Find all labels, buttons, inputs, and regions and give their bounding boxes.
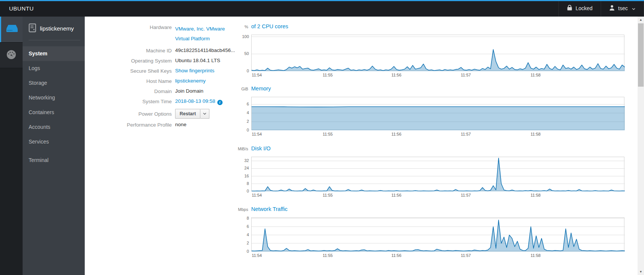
dashboard-gauge-icon (6, 50, 16, 61)
info-row-domain: Domain Join Domain (107, 88, 232, 95)
x-tick-label: 11:57 (461, 132, 471, 136)
show-fingerprints-link[interactable]: Show fingerprints (175, 68, 214, 73)
memory-unit-label: GiB (221, 87, 251, 91)
info-label: Performance Profile (107, 122, 175, 128)
disk-plot-area (251, 157, 624, 191)
secondary-menu: Terminal (23, 153, 85, 168)
info-row-power-options: Power Options Restart (107, 109, 232, 119)
x-tick-label: 11:56 (391, 253, 401, 258)
info-row-performance-profile: Performance Profile none (107, 122, 232, 128)
sidebar-item-networking[interactable]: Networking (23, 90, 85, 105)
vertical-scrollbar[interactable]: ▲ ▼ (638, 17, 644, 275)
y-tick-label: 4 (234, 232, 249, 237)
x-tick-label: 11:55 (323, 193, 333, 197)
brand-label: UBUNTU (9, 5, 34, 12)
disk-y-axis: 08162432 (221, 157, 251, 191)
sidebar-item-system[interactable]: System (23, 46, 85, 61)
user-name-label: tsec (618, 5, 628, 11)
memory-plot-area (251, 97, 624, 130)
join-domain-value[interactable]: Join Domain (175, 88, 203, 94)
server-icon (6, 24, 18, 34)
x-tick-label: 11:54 (252, 73, 262, 77)
memory-chart-title-link[interactable]: Memory (251, 86, 625, 92)
x-tick-label: 11:54 (252, 132, 262, 136)
lock-icon (567, 5, 572, 12)
x-tick-label: 11:54 (252, 253, 262, 258)
scroll-down-icon[interactable]: ▼ (638, 269, 644, 275)
y-tick-label: 0 (234, 128, 249, 132)
network-unit-label: Mbps (221, 207, 251, 212)
cpu-plot-area (251, 35, 624, 71)
info-row-ssh-keys: Secure Shell Keys Show fingerprints (107, 68, 232, 74)
primary-menu: System Logs Storage Networking Container… (23, 46, 85, 149)
sidebar-item-storage[interactable]: Storage (23, 76, 85, 90)
menu-separator (29, 40, 80, 40)
x-tick-label: 11:57 (461, 73, 471, 77)
x-tick-label: 11:56 (391, 132, 401, 136)
memory-x-axis: 11:5411:5511:5611:5711:58 (251, 132, 624, 138)
scrollbar-thumb[interactable] (638, 23, 644, 87)
x-tick-label: 11:58 (531, 132, 541, 136)
network-x-axis: 11:5411:5511:5611:5711:58 (251, 253, 624, 259)
sidebar-icon-strip (0, 17, 23, 275)
cpu-x-axis: 11:5411:5511:5611:5711:58 (251, 73, 624, 79)
user-icon (609, 5, 615, 12)
x-tick-label: 11:55 (323, 253, 333, 258)
sidebar-item-machine[interactable] (0, 17, 23, 42)
x-tick-label: 11:58 (531, 253, 541, 258)
scroll-up-icon[interactable]: ▲ (638, 17, 644, 23)
memory-usage-chart: GiB Memory 0246 11:5411:5511:5611:5711:5… (221, 86, 625, 138)
x-tick-label: 11:57 (461, 193, 471, 197)
locked-button[interactable]: Locked (559, 0, 601, 17)
topbar: UBUNTU Locked tsec (0, 0, 644, 17)
info-row-system-time: System Time 2018-08-13 09:58i (107, 98, 232, 105)
y-tick-label: 0 (234, 189, 249, 193)
hardware-link[interactable]: VMware, Inc. VMware Virtual Platform (175, 24, 225, 44)
disk-unit-label: MiB/s (221, 147, 251, 151)
x-tick-label: 11:58 (531, 73, 541, 77)
sidebar-item-logs[interactable]: Logs (23, 61, 85, 76)
host-machine-icon (29, 23, 36, 34)
disk-io-chart: MiB/s Disk I/O 08162432 11:5411:5511:561… (221, 145, 625, 199)
os-value: Ubuntu 18.04.1 LTS (175, 58, 220, 63)
power-options-dropdown-button[interactable] (200, 109, 209, 119)
disk-x-axis: 11:5411:5511:5611:5711:58 (251, 193, 624, 199)
restart-button[interactable]: Restart (175, 109, 200, 119)
cpu-y-axis: 050100 (221, 35, 251, 71)
y-tick-label: 4 (234, 110, 249, 115)
system-info-panel: Hardware VMware, Inc. VMware Virtual Pla… (107, 24, 232, 132)
disk-area-series (252, 157, 625, 191)
host-selector[interactable]: lipstickenemy (23, 17, 85, 40)
y-tick-label: 50 (234, 51, 249, 56)
info-label: Hardware (107, 24, 175, 30)
info-label: Host Name (107, 78, 175, 84)
host-name-link[interactable]: lipstickenemy (175, 78, 206, 84)
y-tick-label: 24 (234, 166, 249, 170)
memory-area-series (252, 97, 625, 130)
info-row-hardware: Hardware VMware, Inc. VMware Virtual Pla… (107, 24, 232, 44)
network-traffic-chart: Mbps Network Traffic 02468 11:5411:5511:… (221, 206, 625, 259)
sidebar-item-services[interactable]: Services (23, 134, 85, 149)
network-chart-title-link[interactable]: Network Traffic (251, 206, 625, 212)
sidebar-item-terminal[interactable]: Terminal (23, 153, 85, 168)
sidebar-menu: lipstickenemy System Logs Storage Networ… (23, 17, 85, 275)
disk-chart-title-link[interactable]: Disk I/O (251, 145, 625, 151)
x-tick-label: 11:58 (531, 193, 541, 197)
y-tick-label: 32 (234, 158, 249, 163)
sidebar-item-accounts[interactable]: Accounts (23, 120, 85, 134)
sidebar-item-dashboard[interactable] (0, 42, 23, 68)
x-tick-label: 11:56 (391, 73, 401, 77)
user-menu-button[interactable]: tsec (601, 0, 644, 17)
cpu-chart-title-link[interactable]: of 2 CPU cores (251, 23, 625, 29)
memory-y-axis: 0246 (221, 97, 251, 130)
cpu-usage-chart: % of 2 CPU cores 050100 11:5411:5511:561… (221, 23, 625, 79)
info-label: Machine ID (107, 47, 175, 53)
hardware-line-1: VMware, Inc. VMware (175, 24, 225, 34)
y-tick-label: 100 (234, 34, 249, 39)
system-time-link[interactable]: 2018-08-13 09:58 (175, 98, 215, 104)
y-tick-label: 16 (234, 174, 249, 178)
network-plot-area (251, 217, 624, 251)
y-tick-label: 6 (234, 224, 249, 229)
chevron-down-icon (203, 113, 206, 115)
sidebar-item-containers[interactable]: Containers (23, 105, 85, 120)
